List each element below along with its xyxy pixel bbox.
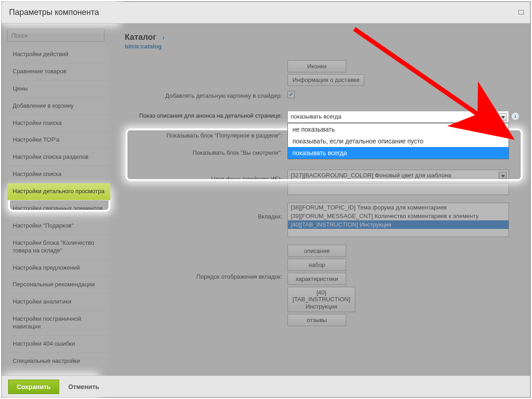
tab-order-current[interactable]: [40][TAB_INSTRUCTION] Инструкция — [287, 287, 355, 313]
sidebar-item[interactable]: Настройки поиска — [7, 115, 110, 132]
tab-order-button[interactable]: набор — [287, 259, 346, 271]
component-heading: Каталог — [125, 33, 156, 42]
dialog-footer: Сохранить Отменить — [2, 375, 530, 397]
component-id: bitrix:catalog — [125, 43, 519, 50]
main-panel: Каталог i bitrix:catalog Иконки Информац… — [114, 24, 530, 375]
select-bg-value: [327][BACKGROUND_COLOR] Фоновый цвет для… — [291, 172, 451, 179]
search-input[interactable] — [7, 29, 104, 42]
dialog-body: Настройки действий Сравнение товаров Цен… — [2, 24, 530, 375]
sidebar-item-active[interactable]: Настройки детального просмотра — [7, 183, 110, 200]
select-anons-value: показывать всегда — [291, 113, 341, 120]
sidebar-item[interactable]: Сравнение товаров — [7, 63, 110, 81]
listbox-tabs[interactable]: [38][FORUM_TOPIC_ID] Тема форума для ком… — [287, 203, 509, 237]
info-icon[interactable]: i — [160, 34, 167, 41]
sidebar: Настройки действий Сравнение товаров Цен… — [2, 24, 114, 375]
component-params-dialog: Параметры компонента Настройки действий … — [1, 1, 531, 398]
delivery-info-button[interactable]: Информация о доставке — [287, 74, 364, 86]
sidebar-item[interactable]: Настройки постраничной навигации — [7, 311, 110, 336]
sidebar-item[interactable]: Настройки списка — [7, 166, 110, 183]
sidebar-item[interactable]: Настройки 404 ошибки — [7, 336, 110, 353]
label-popular-block: Показывать блок "Популярное в разделе": — [125, 129, 287, 140]
dropdown-option[interactable]: не показывать — [288, 124, 508, 135]
list-option-selected[interactable]: [40][TAB_INSTRUCTION] Инструкция — [288, 220, 508, 229]
dropdown-anons-display[interactable]: не показывать показывать, если детальное… — [287, 123, 509, 159]
chevron-down-icon — [501, 116, 505, 119]
sidebar-item[interactable]: Добавление в корзину — [7, 98, 110, 115]
listbox-bg-color[interactable] — [287, 183, 509, 195]
sidebar-item[interactable]: Настройки действий — [7, 46, 110, 63]
label-add-detail-pic: Добавлять детальную картинку в слайдер: — [125, 90, 287, 100]
cancel-button[interactable]: Отменить — [64, 380, 104, 394]
list-option[interactable]: [39][FORUM_MESSAGE_CNT] Количество комме… — [288, 212, 508, 220]
list-option[interactable]: [38][FORUM_TOPIC_ID] Тема форума для ком… — [288, 203, 508, 212]
save-button[interactable]: Сохранить — [8, 380, 59, 394]
dialog-titlebar: Параметры компонента — [2, 2, 530, 24]
tab-order-button[interactable]: отзывы — [287, 314, 346, 326]
maximize-icon[interactable] — [518, 10, 524, 14]
sidebar-nav[interactable]: Настройки действий Сравнение товаров Цен… — [7, 46, 110, 372]
icons-button[interactable]: Иконки — [287, 60, 346, 72]
label-tab-order: Порядок отображения вкладок: — [125, 243, 287, 281]
sidebar-item[interactable]: Настройки связанных элементов — [7, 200, 110, 218]
label-anons-display: Показ описания для анонса на детальной с… — [125, 109, 287, 120]
dropdown-option[interactable]: показывать, если детальное описание пуст… — [288, 135, 508, 147]
sidebar-item[interactable]: Настройки списка разделов — [7, 149, 110, 166]
sidebar-item[interactable]: Настройки аналитики — [7, 294, 110, 311]
sidebar-item[interactable]: Настройка предложений — [7, 260, 110, 277]
tab-order-button[interactable]: характеристики — [287, 273, 346, 285]
dropdown-option-selected[interactable]: показывать всегда — [288, 147, 508, 159]
label-viewed-block: Показывать блок "Вы смотрели": — [125, 147, 287, 157]
tab-order-button[interactable]: описание — [287, 245, 346, 257]
info-icon[interactable]: i — [512, 113, 519, 120]
dialog-title: Параметры компонента — [9, 8, 99, 17]
sidebar-item[interactable]: Персональные рекомендации — [7, 276, 110, 294]
chevron-down-icon — [501, 175, 505, 177]
sidebar-item[interactable]: Специальные настройки — [7, 353, 110, 370]
label-tabs: Вкладки: — [125, 201, 287, 221]
select-bg-color[interactable]: [327][BACKGROUND_COLOR] Фоновый цвет для… — [287, 170, 509, 181]
sidebar-item[interactable]: Цены — [7, 81, 110, 98]
checkbox-add-detail-pic[interactable]: ✔ — [287, 91, 295, 98]
select-anons-display[interactable]: показывать всегда — [287, 111, 509, 123]
label-bg-color: Цвет фона (свойство ИБ): — [125, 168, 287, 183]
sidebar-item[interactable]: Настройки блока "Количество товара на ск… — [7, 235, 110, 260]
sidebar-item[interactable]: Настройки "Подарков" — [7, 218, 110, 235]
sidebar-item[interactable]: Настройки TOP'а — [7, 132, 110, 149]
